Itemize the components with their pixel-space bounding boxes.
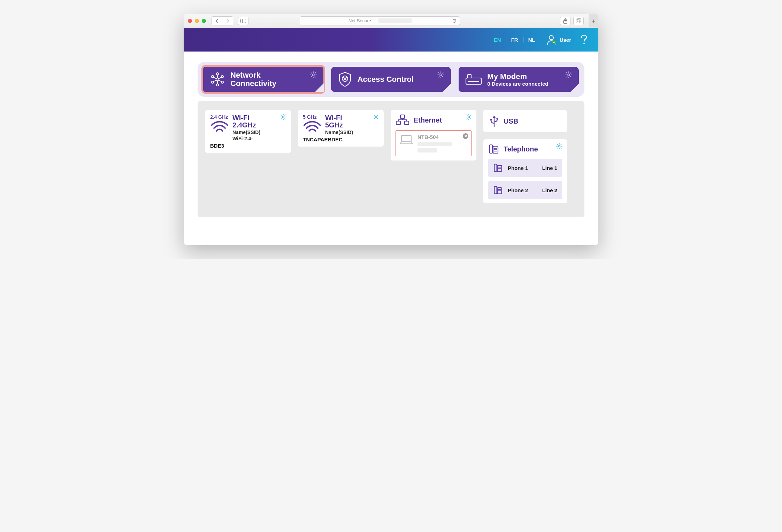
device-info-redacted (417, 142, 452, 146)
phone-label: Phone 1 (508, 165, 537, 171)
tab-subtitle: 0 Devices are connected (487, 81, 548, 87)
card-settings-button[interactable] (373, 114, 380, 120)
wifi-title-line: Wi-Fi (325, 114, 353, 122)
help-button[interactable] (580, 34, 588, 45)
svg-rect-47 (495, 187, 497, 194)
phone-row[interactable]: Phone 2 Line 2 (488, 181, 562, 199)
svg-rect-31 (400, 115, 405, 118)
wifi-icon (303, 120, 322, 134)
url-security-label: Not Secure — (348, 18, 377, 23)
browser-window: Not Secure — ＋ EN FR NL (184, 14, 598, 245)
svg-rect-34 (401, 135, 411, 142)
device-info-redacted (417, 148, 437, 152)
usb-icon (489, 115, 499, 127)
tab-my-modem[interactable]: My Modem 0 Devices are connected (459, 67, 579, 92)
tab-text: Access Control (358, 75, 414, 84)
svg-point-8 (216, 78, 219, 81)
tab-access-control[interactable]: Access Control (331, 67, 451, 92)
user-menu[interactable]: User (546, 34, 571, 45)
gear-icon (309, 71, 317, 79)
card-header: Telephone (488, 143, 562, 155)
svg-point-21 (312, 74, 314, 76)
wifi-band-label: 2.4 GHz (210, 114, 229, 120)
reload-button[interactable] (452, 18, 457, 23)
divider (523, 37, 523, 42)
shield-icon (337, 71, 353, 87)
device-name: NTB-504 (417, 134, 452, 140)
lang-en[interactable]: EN (494, 37, 501, 43)
tab-network-connectivity[interactable]: Network Connectivity (203, 67, 323, 92)
tab-settings-button[interactable] (437, 71, 445, 79)
card-wifi-24[interactable]: 2.4 GHz Wi-Fi 2.4GHz Name(SSID) WiFi- (205, 110, 291, 153)
back-button[interactable] (212, 17, 222, 25)
content-area: 2.4 GHz Wi-Fi 2.4GHz Name(SSID) WiFi- (198, 101, 584, 217)
phone-icon (493, 163, 503, 173)
gear-icon (437, 71, 445, 79)
address-bar[interactable]: Not Secure — (300, 16, 460, 25)
tab-settings-button[interactable] (309, 71, 317, 79)
user-icon (546, 34, 556, 45)
sidebar-icon (240, 19, 246, 23)
ssid-value-line: BDE3 (210, 143, 286, 149)
maximize-window-button[interactable] (202, 19, 206, 23)
nav-button-group (212, 16, 233, 25)
language-switcher: EN FR NL (494, 37, 535, 43)
new-tab-button[interactable]: ＋ (589, 14, 598, 28)
page-body: Network Connectivity (184, 52, 598, 245)
sidebar-toggle-button[interactable] (238, 17, 248, 25)
svg-point-37 (559, 146, 560, 147)
card-telephone[interactable]: Telephone Phone 1 Line 1 (483, 139, 567, 203)
card-usb[interactable]: USB (483, 110, 567, 132)
share-button[interactable] (560, 17, 570, 25)
telephone-icon (488, 143, 499, 155)
lang-fr[interactable]: FR (511, 37, 518, 43)
card-settings-button[interactable] (465, 114, 472, 120)
svg-rect-38 (490, 145, 492, 153)
tabs-icon (576, 18, 581, 23)
tab-title-line: Network (230, 71, 276, 79)
phone-line: Line 2 (542, 187, 557, 193)
svg-line-20 (214, 77, 216, 79)
chevron-left-icon (215, 19, 219, 23)
lang-nl[interactable]: NL (528, 37, 535, 43)
phone-label: Phone 2 (508, 187, 537, 193)
card-header: USB (489, 115, 561, 127)
chevron-right-icon (226, 19, 229, 23)
browser-titlebar: Not Secure — ＋ (184, 14, 598, 28)
wifi-title-line: Wi-Fi (232, 114, 260, 122)
share-icon (563, 18, 568, 24)
svg-rect-32 (396, 121, 400, 125)
phone-icon (493, 185, 503, 195)
svg-line-14 (219, 80, 222, 82)
ssid-label: Name(SSID) (325, 130, 353, 135)
card-title: USB (504, 117, 518, 125)
card-ethernet[interactable]: Ethernet NTB-504 ✕ (391, 110, 476, 161)
url-host-redacted (378, 18, 412, 23)
svg-point-23 (440, 74, 442, 76)
tab-settings-button[interactable] (565, 71, 573, 79)
svg-rect-4 (577, 19, 581, 22)
svg-point-7 (583, 43, 585, 44)
card-settings-button[interactable] (280, 114, 287, 120)
card-settings-button[interactable] (556, 143, 563, 150)
close-window-button[interactable] (188, 19, 192, 23)
minimize-window-button[interactable] (195, 19, 199, 23)
forward-button[interactable] (222, 17, 233, 25)
phone-row[interactable]: Phone 1 Line 1 (488, 159, 562, 177)
svg-rect-36 (497, 118, 498, 119)
card-wifi-5[interactable]: 5 GHz Wi-Fi 5GHz Name(SSID) (298, 110, 384, 147)
question-icon (580, 34, 588, 45)
tabs-button[interactable] (573, 17, 584, 25)
svg-point-15 (216, 84, 219, 86)
tabs-container: Network Connectivity (184, 52, 598, 97)
wifi-band-label: 5 GHz (303, 114, 322, 120)
remove-device-button[interactable]: ✕ (463, 133, 468, 139)
svg-point-29 (375, 116, 377, 118)
svg-rect-43 (495, 164, 497, 172)
gear-icon (556, 143, 563, 150)
tab-text: Network Connectivity (230, 71, 276, 88)
svg-point-17 (212, 81, 214, 83)
svg-point-9 (216, 73, 219, 75)
wifi-title-line: 2.4GHz (232, 122, 260, 129)
ethernet-device[interactable]: NTB-504 ✕ (396, 130, 472, 156)
